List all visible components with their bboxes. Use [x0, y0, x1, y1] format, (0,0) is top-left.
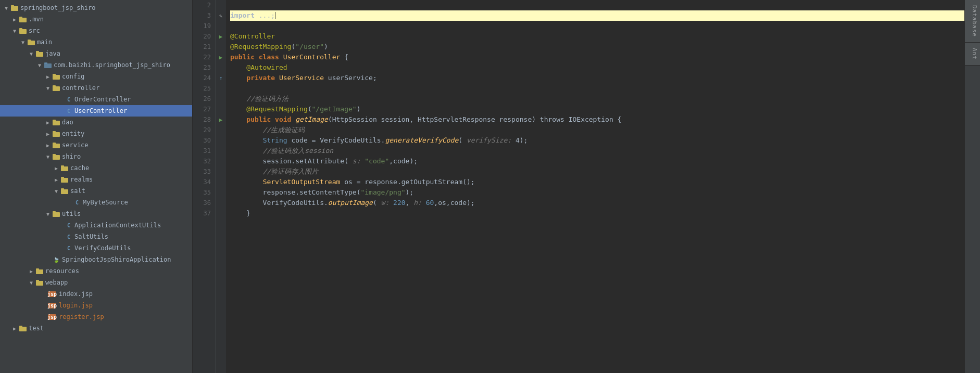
sidebar-item-register-jsp[interactable]: jsp register.jsp	[0, 311, 192, 323]
folder-icon	[52, 211, 60, 217]
java-label: java	[45, 50, 60, 57]
project-name: springboot_jsp_shiro	[20, 4, 96, 11]
resources-label: resources	[45, 267, 79, 275]
folder-icon	[35, 50, 44, 57]
svg-rect-12	[53, 75, 60, 80]
sidebar-item-salt[interactable]: ▼ salt	[0, 185, 192, 197]
mybytesource-label: MyByteSource	[83, 199, 128, 206]
expand-arrow: ▼	[2, 5, 10, 11]
java-file-icon: C	[65, 246, 73, 251]
svg-rect-11	[44, 62, 47, 64]
svg-rect-7	[28, 40, 31, 41]
svg-rect-37	[19, 326, 22, 327]
svg-rect-34	[36, 281, 43, 286]
code-line: //生成验证码	[230, 125, 964, 135]
svg-rect-6	[28, 41, 35, 45]
folder-icon	[52, 142, 60, 148]
sidebar-item-src[interactable]: ▼ src	[0, 25, 192, 36]
code-content[interactable]: import ...; @Controller @RequestMapping(…	[226, 0, 964, 373]
config-arrow: ▶	[44, 74, 52, 80]
sidebar-item-saltutils[interactable]: C SaltUtils	[0, 231, 192, 242]
sidebar-item-package[interactable]: ▼ com.baizhi.springboot_jsp_shiro	[0, 59, 192, 71]
sidebar-item-dao[interactable]: ▶ dao	[0, 117, 192, 128]
sidebar-item-shiro[interactable]: ▼ shiro	[0, 151, 192, 162]
test-arrow: ▶	[10, 326, 19, 331]
impl-icon[interactable]: ↑	[219, 75, 223, 82]
sidebar-item-java[interactable]: ▼ java	[0, 48, 192, 59]
code-line: }	[230, 208, 964, 218]
test-label: test	[29, 325, 44, 332]
database-tab[interactable]: Database	[965, 0, 980, 43]
sidebar-item-test[interactable]: ▶ test	[0, 323, 192, 334]
controller-label: controller	[62, 84, 99, 92]
service-arrow: ▶	[44, 143, 52, 148]
sidebar-item-usercontroller[interactable]: C UserController	[0, 105, 192, 117]
java-file-icon: C	[65, 234, 73, 240]
code-editor: 2 3 19 20 21 22 23 24 25 26 27 28 29 30 …	[193, 0, 964, 373]
sidebar-item-webapp[interactable]: ▼ webapp	[0, 277, 192, 288]
sidebar-item-mvn[interactable]: ▶ .mvn	[0, 14, 192, 25]
project-root[interactable]: ▼ springboot_jsp_shiro	[0, 2, 192, 14]
svg-rect-15	[53, 85, 56, 87]
sidebar-item-appcontextutils[interactable]: C ApplicationContextUtils	[0, 220, 192, 231]
sidebar-item-index-jsp[interactable]: jsp index.jsp	[0, 288, 192, 300]
ordercontroller-label: OrderController	[74, 96, 131, 103]
svg-rect-18	[53, 132, 60, 137]
svg-rect-5	[19, 28, 22, 30]
entity-arrow: ▶	[44, 131, 52, 137]
svg-rect-30	[53, 212, 60, 217]
svg-rect-2	[19, 18, 27, 22]
svg-rect-22	[53, 155, 60, 160]
sidebar-item-utils[interactable]: ▼ utils	[0, 208, 192, 220]
sidebar-item-realms[interactable]: ▶ realms	[0, 174, 192, 185]
java-arrow: ▼	[27, 51, 35, 57]
folder-icon	[60, 188, 69, 194]
folder-icon	[52, 153, 60, 160]
svg-rect-1	[11, 5, 14, 7]
code-line	[230, 0, 964, 10]
sidebar-item-controller[interactable]: ▼ controller	[0, 82, 192, 94]
svg-rect-24	[61, 166, 68, 171]
mvn-label: .mvn	[29, 16, 44, 23]
index-jsp-label: index.jsp	[59, 290, 93, 298]
sidebar-item-main[interactable]: ▼ main	[0, 36, 192, 48]
jsp-file-icon: jsp	[48, 303, 56, 308]
mainapplication-label: SpringbootJspShiroApplication	[62, 256, 171, 263]
svg-rect-4	[19, 29, 27, 34]
sidebar-item-entity[interactable]: ▶ entity	[0, 128, 192, 139]
sidebar-item-login-jsp[interactable]: jsp login.jsp	[0, 300, 192, 311]
sidebar-item-mainapplication[interactable]: 🍃 SpringbootJspShiroApplication	[0, 254, 192, 265]
svg-rect-19	[53, 131, 56, 133]
sidebar-item-ordercontroller[interactable]: C OrderController	[0, 94, 192, 105]
mvn-arrow: ▶	[10, 17, 19, 22]
code-line: ServletOutputStream os = response.getOut…	[230, 177, 964, 187]
sidebar-item-mybytesource[interactable]: C MyByteSource	[0, 197, 192, 208]
ant-tab[interactable]: Ant	[965, 43, 980, 66]
utils-arrow: ▼	[44, 211, 52, 217]
main-label: main	[37, 38, 52, 46]
src-label: src	[29, 27, 40, 34]
code-area[interactable]: 2 3 19 20 21 22 23 24 25 26 27 28 29 30 …	[193, 0, 964, 373]
controller-arrow: ▼	[44, 85, 52, 91]
run-icon[interactable]: ▶	[219, 33, 223, 40]
file-tree[interactable]: ▼ springboot_jsp_shiro ▶ .mvn ▼ src ▼ ma…	[0, 0, 193, 373]
folder-icon	[19, 28, 27, 34]
shiro-label: shiro	[62, 153, 81, 160]
code-line: String code = VerifyCodeUtils.generateVe…	[230, 135, 964, 146]
webapp-arrow: ▼	[27, 280, 35, 286]
sidebar-item-cache[interactable]: ▶ cache	[0, 162, 192, 174]
folder-icon	[60, 165, 69, 171]
folder-icon	[52, 119, 60, 125]
sidebar-item-resources[interactable]: ▶ resources	[0, 265, 192, 277]
sidebar-item-service[interactable]: ▶ service	[0, 139, 192, 151]
run-icon[interactable]: ▶	[219, 54, 223, 61]
line-numbers: 2 3 19 20 21 22 23 24 25 26 27 28 29 30 …	[193, 0, 216, 373]
pkg-arrow: ▼	[35, 62, 44, 68]
svg-rect-32	[36, 269, 43, 274]
java-file-icon: C	[65, 223, 73, 228]
code-line: @Autowired	[230, 62, 964, 73]
verifycodeutils-label: VerifyCodeUtils	[74, 245, 131, 252]
sidebar-item-verifycodeutils[interactable]: C VerifyCodeUtils	[0, 242, 192, 254]
run-icon[interactable]: ▶	[219, 117, 223, 123]
sidebar-item-config[interactable]: ▶ config	[0, 71, 192, 82]
